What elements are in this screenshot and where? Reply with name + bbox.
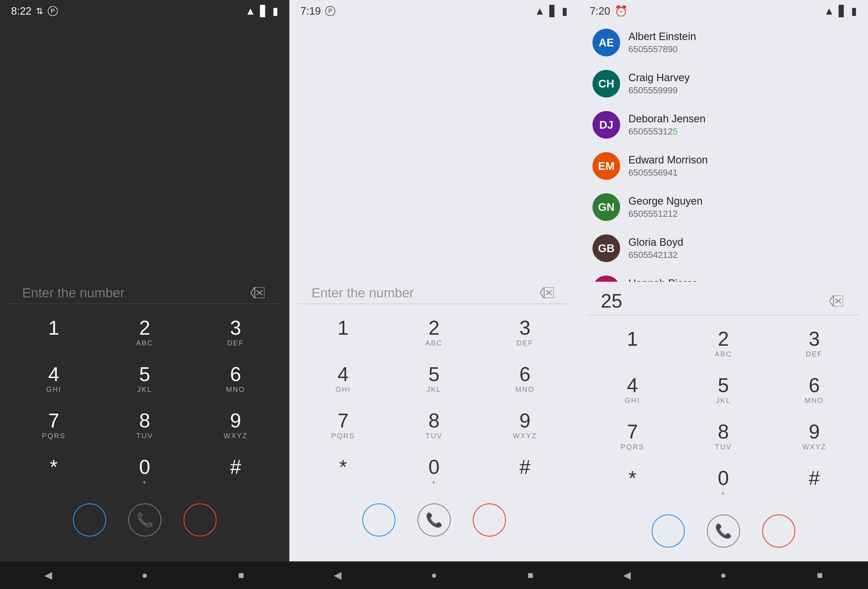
dial-key-2-4[interactable]: 4 GHI [298,356,388,402]
dial-key-1-8[interactable]: 8 TUV [99,402,190,449]
add-button-3[interactable] [652,514,685,548]
dial-key-2-7[interactable]: 7 PQRS [298,402,388,449]
call-button-3[interactable]: 📞 [707,514,740,548]
nav-bar-2: ◀ ● ■ [289,561,579,589]
svg-line-2 [251,293,255,298]
back-nav-2[interactable]: ◀ [329,567,346,583]
contact-item-craig-harvey[interactable]: CH Craig Harvey 6505559999 [579,63,868,105]
number-display-3: 25 [601,290,827,312]
home-nav-2[interactable]: ● [426,567,443,583]
dial-key-3-star[interactable]: * [587,460,678,506]
dial-key-2-2[interactable]: 2 ABC [388,309,480,356]
dial-key-3-4[interactable]: 4 GHI [587,367,678,413]
delete-button-1[interactable] [183,504,217,536]
contact-item-albert-einstein[interactable]: AE Albert Einstein 6505557890 [579,22,868,63]
dial-key-2-6[interactable]: 6 MNO [480,356,570,402]
dial-key-1-3[interactable]: 3 DEF [190,309,281,356]
contact-info-em: Edward Morrison 6505556941 [629,154,708,178]
back-nav-3[interactable]: ◀ [619,567,635,583]
empty-space-2 [289,22,579,276]
dial-key-1-6[interactable]: 6 MNO [190,356,281,402]
home-nav-3[interactable]: ● [715,567,732,583]
dial-key-3-7[interactable]: 7 PQRS [587,413,678,460]
call-button-1[interactable]: 📞 [128,504,161,536]
dial-key-3-0[interactable]: 0 + [678,460,769,506]
dial-key-1-5[interactable]: 5 JKL [99,356,190,402]
contact-item-gloria-boyd[interactable]: GB Gloria Boyd 6505542132 [579,228,868,269]
dial-key-2-3[interactable]: 3 DEF [480,309,570,356]
dial-key-3-3[interactable]: 3 DEF [769,321,860,367]
backspace-btn-1[interactable] [248,284,267,301]
contact-item-george-nguyen[interactable]: GN George Nguyen 6505551212 [579,187,868,228]
dial-key-3-1[interactable]: 1 [587,321,678,367]
time-1: 8:22 [11,5,31,17]
contact-item-hannah-pierce[interactable]: HP Hannah Pierce 6505520000 [579,269,868,282]
contact-info-ae: Albert Einstein 6505557890 [629,31,696,54]
contact-info-gn: George Nguyen 6505551212 [629,195,703,219]
dial-key-2-1[interactable]: 1 [298,309,388,356]
dial-key-2-star[interactable]: * [298,449,388,495]
contact-phone-ch: 6505559999 [629,85,690,96]
dial-key-3-5[interactable]: 5 JKL [678,367,769,413]
contact-name-ch: Craig Harvey [629,72,690,84]
wifi-icon-2: ▲ [534,5,545,17]
backspace-btn-2[interactable] [537,284,557,301]
contact-name-gb: Gloria Boyd [629,236,683,248]
recents-nav-3[interactable]: ■ [812,567,828,583]
p-icon-2: P [325,6,335,16]
contact-item-deborah-jensen[interactable]: DJ Deborah Jensen 6505553125 [579,105,868,146]
contact-phone-gb: 6505542132 [629,250,683,260]
dial-key-2-5[interactable]: 5 JKL [388,356,480,402]
contact-avatar-dj: DJ [592,111,620,138]
delete-button-3[interactable] [762,514,795,548]
dial-key-2-8[interactable]: 8 TUV [388,402,480,449]
dial-key-1-hash[interactable]: # [190,449,281,495]
number-display-2: Enter the number [311,285,537,300]
home-nav-1[interactable]: ● [137,567,153,583]
signal-icon-3: ▋ [839,5,847,17]
dial-key-2-0[interactable]: 0 + [388,449,480,495]
dial-key-1-7[interactable]: 7 PQRS [8,402,99,449]
call-icon-2: 📞 [425,512,443,528]
dial-key-1-2[interactable]: 2 ABC [99,309,190,356]
time-3: 7:20 [590,5,610,17]
svg-line-7 [540,293,544,298]
dial-key-3-hash[interactable]: # [769,460,860,506]
status-left-2: 7:19 P [300,5,335,17]
dial-key-3-8[interactable]: 8 TUV [678,413,769,460]
call-button-2[interactable]: 📞 [418,504,451,536]
signal-icon-1: ▋ [260,5,268,17]
add-button-1[interactable] [73,504,106,536]
recents-nav-2[interactable]: ■ [522,567,539,583]
back-nav-1[interactable]: ◀ [40,567,57,583]
contact-phone-gn: 6505551212 [629,209,703,219]
battery-icon-2: ▮ [562,5,568,17]
contact-item-edward-morrison[interactable]: EM Edward Morrison 6505556941 [579,146,868,187]
dial-key-2-hash[interactable]: # [480,449,570,495]
recents-nav-1[interactable]: ■ [233,567,249,583]
dial-key-2-9[interactable]: 9 WXYZ [480,402,570,449]
contact-phone-highlight-dj: 5 [673,127,678,136]
bottom-actions-3: 📞 [579,506,868,561]
contact-info-dj: Deborah Jensen 6505553125 [629,113,706,137]
status-right-3: ▲ ▋ ▮ [824,5,857,17]
delete-button-2[interactable] [473,504,506,536]
contact-name-gn: George Nguyen [629,195,703,207]
contact-avatar-ae: AE [592,29,620,56]
dial-key-1-star[interactable]: * [8,449,99,495]
dial-key-1-4[interactable]: 4 GHI [8,356,99,402]
dial-key-3-9[interactable]: 9 WXYZ [769,413,860,460]
dial-key-3-2[interactable]: 2 ABC [678,321,769,367]
nav-bar-1: ◀ ● ■ [0,561,289,589]
dial-key-3-6[interactable]: 6 MNO [769,367,860,413]
add-button-2[interactable] [362,504,396,536]
svg-line-6 [540,287,544,293]
backspace-btn-3[interactable] [827,293,846,309]
contacts-list: AE Albert Einstein 6505557890 CH Craig H… [579,22,868,282]
dial-key-1-1[interactable]: 1 [8,309,99,356]
bottom-actions-2: 📞 [289,495,579,550]
dial-key-1-9[interactable]: 9 WXYZ [190,402,281,449]
dial-area-2: Enter the number 1 2 ABC [289,276,579,561]
number-input-area-2: Enter the number [298,276,570,304]
dial-key-1-0[interactable]: 0 + [99,449,190,495]
